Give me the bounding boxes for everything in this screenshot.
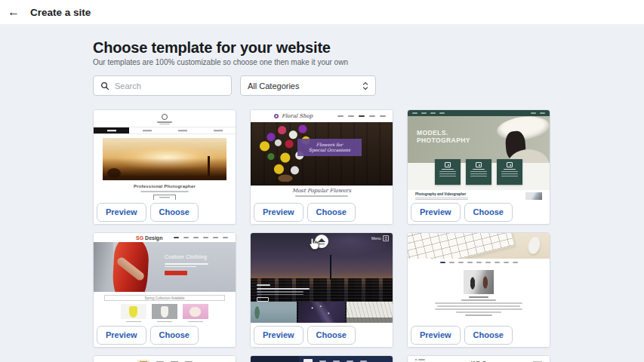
collection-banner: Spring Collection Available [104, 295, 225, 301]
template-thumbnail-sg-design[interactable]: SG Design Custom Clothing Spring Collect… [94, 233, 236, 323]
template-thumbnail-city[interactable]: Menu ≡ [251, 233, 393, 323]
product-photo-pink-top [183, 304, 208, 319]
cta-button-placeholder [257, 297, 269, 302]
template-thumbnail-kdc[interactable]: KDC [408, 356, 550, 362]
choose-button[interactable]: Choose [464, 326, 513, 345]
photo-icon [476, 162, 482, 167]
body-text-placeholder [408, 296, 550, 316]
sidebar-block [251, 356, 299, 362]
choose-button[interactable]: Choose [307, 203, 356, 222]
collection-label: Spring Collection Available [144, 296, 184, 300]
hamburger-icon: ≡ [383, 235, 389, 241]
nav-links-placeholder [174, 237, 228, 238]
category-dropdown[interactable]: All Categories [240, 75, 376, 96]
card-actions: Preview Choose [251, 200, 393, 224]
contact-list-placeholder [415, 359, 425, 362]
preview-button[interactable]: Preview [254, 326, 304, 345]
keyboard [408, 233, 515, 259]
preview-button[interactable]: Preview [254, 203, 304, 222]
page-title: Create a site [30, 7, 91, 18]
aperture-logo-icon [162, 114, 168, 120]
floral-logo-icon [274, 114, 279, 118]
template-card-keyboard: Preview Choose [407, 232, 550, 348]
site-logo-badge [315, 235, 328, 248]
search-box[interactable] [93, 75, 232, 96]
template-thumbnail-row3-2[interactable] [251, 356, 393, 362]
menu-label: Menu [371, 236, 381, 241]
category-selected-value: All Categories [248, 81, 299, 90]
preview-button[interactable]: Preview [97, 203, 146, 222]
template-card-row3-1: Preview Choose [93, 355, 236, 362]
banner-line: Special Occasions [297, 147, 362, 153]
template-card-city: Menu ≡ [250, 232, 393, 348]
brand-rest: Design [143, 235, 162, 241]
preview-button[interactable]: Preview [97, 326, 146, 345]
template-headline: Professional Photographer [94, 184, 236, 189]
nav-button [304, 359, 313, 362]
hero-headline: Custom Clothing [165, 254, 230, 259]
banner-line: Flowers for [297, 142, 362, 148]
back-button[interactable]: ← [8, 6, 20, 18]
content-area: Choose template for your website Our tem… [0, 24, 644, 362]
sunset-field-photo [103, 138, 226, 180]
search-input[interactable] [115, 81, 224, 90]
template-thumbnail-keyboard[interactable] [408, 233, 550, 323]
card-actions: Preview Choose [94, 200, 236, 224]
preview-button[interactable]: Preview [411, 326, 461, 345]
app-window: ← Create a site Choose template for your… [0, 0, 644, 362]
footer-script-text: Most Popular Flowers [251, 188, 393, 194]
body-title: Photography and Videographer [415, 192, 485, 196]
tulip-bouquet-photo: Flowers for Special Occasions [251, 122, 393, 186]
hero-text-overlay [257, 284, 322, 302]
brand-accent: SG [136, 235, 143, 241]
cta-button-placeholder [153, 195, 176, 201]
template-navbar [304, 359, 367, 362]
template-body: Photography and Videographer [408, 190, 550, 200]
choose-button[interactable]: Choose [307, 326, 356, 345]
section-subheading: Our templates are 100% customizable so c… [93, 58, 644, 66]
template-thumbnail-photographer[interactable]: Professional Photographer [94, 110, 236, 200]
hero-section: MODELS. PHOTOGRAPHY [408, 116, 550, 163]
body-photo [525, 192, 542, 200]
template-card-row3-2: Preview Choose [250, 355, 393, 362]
hero-banner: Flowers for Special Occasions [297, 139, 362, 156]
template-card-photographer: Professional Photographer Preview Choose [93, 109, 236, 225]
chevron-updown-icon [362, 81, 368, 90]
menu-control: Menu ≡ [371, 235, 389, 241]
nav-links-placeholder [337, 115, 386, 117]
card-actions: Preview Choose [408, 200, 550, 224]
template-navbar [94, 127, 236, 134]
template-navbar [408, 110, 550, 116]
tagline-placeholder [140, 191, 189, 192]
search-icon [100, 81, 109, 90]
choose-button[interactable]: Choose [150, 326, 199, 345]
camera-icon [445, 162, 451, 167]
template-grid: Professional Photographer Preview Choose… [93, 109, 644, 362]
product-thumbnails [94, 304, 236, 319]
logo-text-placeholder [94, 121, 236, 124]
sketch-photo [347, 302, 393, 323]
cta-button-placeholder [165, 271, 187, 275]
hero-section: Custom Clothing [94, 242, 236, 292]
topbar: ← Create a site [0, 0, 644, 24]
choose-button[interactable]: Choose [464, 203, 513, 222]
template-thumbnail-floral[interactable]: Floral Shop Flowers for Special Occasion… [251, 110, 393, 200]
template-navbar: SG Design [94, 233, 236, 242]
feature-card [435, 159, 461, 185]
preview-button[interactable]: Preview [411, 203, 461, 222]
office-photo [464, 270, 494, 294]
body-text: Photography and Videographer [415, 192, 485, 200]
feature-card [466, 159, 491, 185]
feature-cards-row [408, 163, 550, 190]
template-card-sg-design: SG Design Custom Clothing Spring Collect… [93, 232, 236, 348]
section-heading: Choose template for your website [93, 39, 644, 56]
template-navbar [408, 259, 550, 266]
template-thumbnail-row3-1[interactable] [94, 356, 236, 362]
footer-line-placeholder [295, 195, 348, 197]
desk-keyboard-photo [408, 233, 550, 259]
template-navbar: Floral Shop [251, 110, 393, 122]
product-photo-yellow-dress [121, 304, 146, 319]
product-photo-white-dress [152, 304, 177, 319]
choose-button[interactable]: Choose [150, 203, 199, 222]
template-thumbnail-models[interactable]: MODELS. PHOTOGRAPHY Phot [408, 110, 550, 200]
